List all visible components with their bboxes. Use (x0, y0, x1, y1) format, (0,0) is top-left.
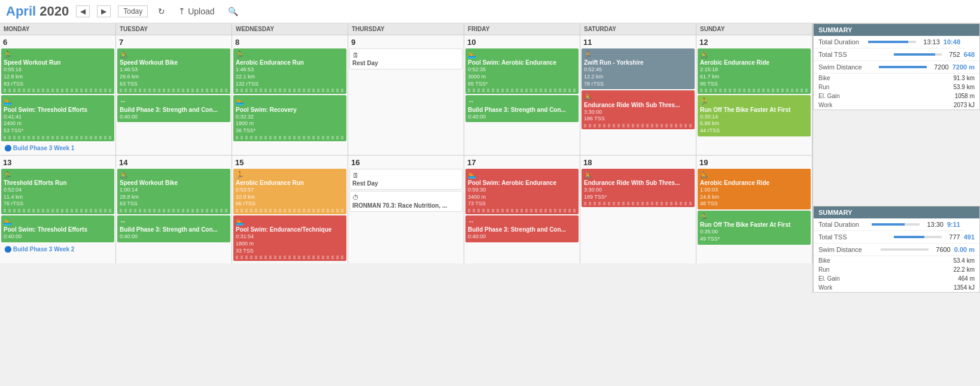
card-detail: 0:30:14 (700, 114, 808, 121)
activity-card[interactable]: 🚴 Endurance Ride With Sub Thres... 3:30:… (582, 169, 695, 208)
work2-label: Work (818, 284, 832, 291)
card-detail: 63 TSS (120, 81, 228, 88)
bike-icon: 🚴 (120, 171, 228, 179)
card-detail: 28.8 km (120, 194, 228, 201)
activity-card[interactable]: 🏃 Aerobic Endurance Run 0:53:57 10.8 km … (233, 169, 346, 214)
card-detail: 44 rTSS (700, 127, 808, 135)
rest-day-card[interactable]: 🗓 Rest Day (349, 48, 462, 69)
menu-dots-1[interactable]: ⋮ (965, 26, 975, 38)
activity-card[interactable]: 🏊 Pool Swim: Recovery 0:32:32 1800 m 36 … (233, 95, 346, 141)
activity-card[interactable]: 🏃 Zwift Run - Yorkshire 0:52:45 12.2 km … (582, 48, 695, 89)
activity-card[interactable]: ⏱ IRONMAN 70.3: Race Nutrition, ... (349, 191, 462, 212)
bike2-label: Bike (818, 257, 830, 264)
card-detail: 0:32:32 (236, 114, 344, 121)
tss2-progress-bar (894, 236, 924, 238)
activity-bars (468, 89, 576, 92)
card-title: Pool Swim: Aerobic Endurance (468, 179, 576, 187)
card-title: Pool Swim: Endurance/Technique (236, 226, 344, 233)
summary-tss-label: Total TSS (818, 51, 847, 58)
activity-card[interactable]: 🏃 Speed Workout Run 0:55:16 12.8 km 83 r… (1, 48, 114, 94)
day-6: 6 🏃 Speed Workout Run 0:55:16 12.8 km 83… (0, 35, 116, 155)
summary2-duration-label: Total Duration (818, 221, 859, 228)
swim2-planned: 7600 (936, 246, 950, 253)
calendar-grid: MONDAY TUESDAY WEDNESDAY THURSDAY FRIDAY… (0, 23, 812, 293)
activity-card[interactable]: 🚴 Speed Workout Bike 1:00:14 28.8 km 63 … (117, 169, 230, 214)
activity-bars (4, 136, 112, 139)
tss2-planned: 777 (949, 233, 960, 241)
search-button[interactable]: 🔍 (225, 5, 241, 17)
card-detail: 78 rTSS (584, 81, 692, 88)
run-icon: 🏃 (4, 50, 112, 59)
upload-button[interactable]: ⤒ Upload (175, 5, 217, 17)
activity-bars (4, 209, 112, 212)
activity-bars (236, 256, 344, 259)
summary-duration-label: Total Duration (818, 38, 859, 45)
activity-card[interactable]: 🚴 Speed Workout Bike 1:46:53 29.6 km 63 … (117, 48, 230, 94)
summary-swim-label: Swim Distance (818, 63, 862, 71)
activity-card[interactable]: 🚴 Aerobic Endurance Ride 1:00:03 24.6 km… (698, 169, 811, 209)
run-icon: 🏃 (584, 50, 692, 59)
activity-card[interactable]: 🚴 Endurance Ride With Sub Thres... 3:30:… (582, 90, 695, 129)
run2-label: Run (818, 266, 829, 273)
summary2-bike-row: Bike 53.4 km (814, 256, 979, 265)
swim-icon: 🏊 (236, 97, 344, 105)
day-header-wed: WEDNESDAY (232, 23, 348, 35)
run-icon: 🏃 (700, 97, 808, 105)
card-detail: 6.86 km (700, 120, 808, 127)
card-title: Build Phase 3: Strength and Con... (120, 226, 228, 233)
day-11: 11 🏃 Zwift Run - Yorkshire 0:52:45 12.2 … (580, 35, 696, 155)
menu-dots-2[interactable]: ⋮ (965, 209, 975, 220)
card-title: Aerobic Endurance Run (236, 59, 344, 66)
today-button[interactable]: Today (118, 5, 148, 17)
card-title: Speed Workout Bike (120, 59, 228, 66)
card-title: Threshold Efforts Run (4, 179, 112, 187)
work2-value: 1354 kJ (954, 284, 975, 291)
activity-card[interactable]: ↔ Build Phase 3: Strength and Con... 0:4… (117, 95, 230, 122)
tss-planned: 752 (949, 51, 960, 58)
card-detail: 33 TSS (236, 248, 344, 255)
activity-card[interactable]: 🏃 Run Off The Bike Faster At First 0:35:… (698, 211, 811, 245)
card-title: Pool Swim: Recovery (236, 106, 344, 114)
card-detail: 3400 m (468, 194, 576, 201)
rest-day-card[interactable]: 🗓 Rest Day (349, 169, 462, 190)
activity-card[interactable]: 🏃 Run Off The Bike Faster At First 0:30:… (698, 95, 811, 136)
calendar-icon: 🗓 (352, 171, 459, 180)
prev-button[interactable]: ◀ (76, 5, 90, 17)
next-button[interactable]: ▶ (97, 5, 111, 17)
activity-card[interactable]: ↔ Build Phase 3: Strength and Con... 0:4… (465, 215, 579, 242)
card-detail: 48 TSS (700, 200, 808, 208)
activity-card[interactable]: ↔ Build Phase 3: Strength and Con... 0:4… (465, 95, 579, 122)
activity-card[interactable]: 🏊 Pool Swim: Endurance/Technique 0:31:54… (233, 215, 346, 261)
card-detail: 0:52:35 (468, 66, 576, 74)
duration2-progress-container (872, 223, 920, 226)
activity-card[interactable]: ↔ Build Phase 3: Strength and Con... 0:4… (117, 215, 230, 242)
day-19: 19 🚴 Aerobic Endurance Ride 1:00:03 24.6… (696, 156, 812, 264)
activity-card[interactable]: 🏃 Aerobic Endurance Run 1:46:53 22.1 km … (233, 48, 346, 94)
activity-card[interactable]: 🏊 Pool Swim: Aerobic Endurance 0:59:30 3… (465, 169, 579, 214)
day-num-12: 12 (698, 37, 811, 48)
refresh-button[interactable]: ↻ (155, 5, 168, 17)
activity-bars (700, 89, 808, 92)
activity-card[interactable]: 🏊 Pool Swim: Aerobic Endurance 0:52:35 3… (465, 48, 579, 94)
run-icon: 🏃 (4, 171, 112, 179)
day-16: 16 🗓 Rest Day ⏱ IRONMAN 70.3: Race Nutri… (348, 156, 464, 264)
card-title: Speed Workout Bike (120, 179, 228, 187)
card-detail: 36 TSS* (236, 127, 344, 135)
run-label: Run (818, 84, 829, 90)
swim-progress-container (879, 66, 927, 68)
day-num-11: 11 (582, 37, 695, 48)
summary2-tss-label: Total TSS (818, 233, 847, 241)
activity-card[interactable]: 🚴 Aerobic Endurance Ride 2:15:18 61.7 km… (698, 48, 811, 94)
tss2-progress-container (894, 236, 942, 238)
activity-card[interactable]: 🏊 Pool Swim: Threshold Efforts 0:41:41 2… (1, 95, 114, 141)
strength-icon: ↔ (120, 217, 228, 226)
activity-card[interactable]: 🏃 Threshold Efforts Run 0:52:04 11.4 km … (1, 169, 114, 214)
activity-bars (584, 124, 692, 127)
activity-card[interactable]: 🏊 Pool Swim: Threshold Efforts 0:40:00 (1, 215, 114, 242)
day-headers: MONDAY TUESDAY WEDNESDAY THURSDAY FRIDAY… (0, 23, 812, 35)
work-value: 2073 kJ (954, 102, 975, 108)
card-title: Run Off The Bike Faster At First (700, 221, 808, 229)
day-num-18: 18 (582, 157, 695, 169)
activity-bars (4, 89, 112, 92)
summary2-elgain-row: El. Gain 464 m (814, 274, 979, 283)
